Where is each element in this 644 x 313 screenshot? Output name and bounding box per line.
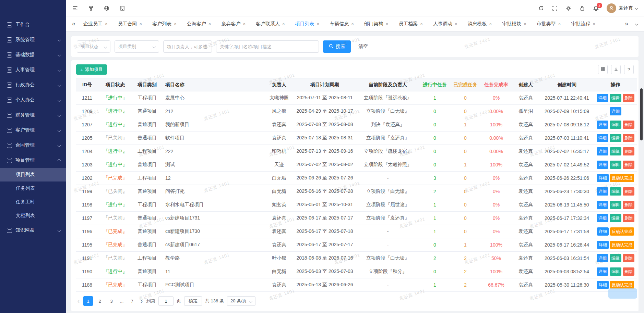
tab-close-icon[interactable]: × (524, 22, 526, 26)
keyword-input[interactable] (216, 40, 319, 53)
column-settings-button[interactable] (598, 65, 608, 74)
sidebar-item-task-list[interactable]: 任务列表 (0, 181, 66, 195)
help-button[interactable]: ? (624, 65, 634, 74)
sidebar-item-workbench[interactable]: 工作台 (0, 17, 66, 32)
detail-button[interactable]: 详细 (597, 281, 609, 289)
sidebar-item-base-data[interactable]: 基础数据 (0, 47, 66, 62)
edit-button[interactable]: 编辑 (610, 121, 621, 129)
sidebar-item-system[interactable]: 系统管理 (0, 32, 66, 47)
floating-widget[interactable] (608, 288, 637, 299)
next-page-icon[interactable]: › (140, 298, 143, 304)
sidebar-item-project-list[interactable]: 项目列表 (0, 168, 66, 181)
sidebar-item-doc-list[interactable]: 文档列表 (0, 209, 66, 223)
sidebar-item-personal-office[interactable]: 个人办公 (0, 92, 66, 108)
page-size-select[interactable]: 20 条/页 (227, 296, 255, 306)
theme-brush-icon[interactable] (88, 5, 94, 11)
tab-close-icon[interactable]: × (558, 22, 561, 26)
prev-page-icon[interactable]: ‹ (77, 298, 80, 304)
tab-员工档案[interactable]: 员工档案× (393, 16, 428, 31)
edit-button[interactable]: 编辑 (610, 94, 621, 102)
detail-button[interactable]: 详细 (597, 201, 608, 209)
refresh-icon[interactable] (538, 5, 544, 11)
scrollbar-thumb[interactable] (640, 88, 643, 140)
detail-button[interactable]: 详细 (597, 187, 608, 196)
fullscreen-icon[interactable] (552, 5, 558, 11)
edit-button[interactable]: 编辑 (610, 214, 621, 222)
sidebar-item-contract[interactable]: 合同管理 (0, 138, 66, 153)
tab-close-icon[interactable]: × (282, 22, 285, 26)
project-category-select[interactable]: 项目类别 (115, 40, 159, 53)
layout-building-icon[interactable] (119, 5, 126, 11)
tab-项目列表[interactable]: 项目列表× (290, 16, 325, 31)
tab-员工合同[interactable]: 员工合同× (113, 16, 147, 31)
edit-button[interactable]: 编辑 (610, 201, 621, 209)
tab-审批类型[interactable]: 审批类型× (532, 16, 566, 31)
sidebar-item-admin-office[interactable]: 行政办公 (0, 77, 66, 92)
tab-废弃客户[interactable]: 废弃客户× (216, 16, 251, 31)
tab-客户联系人[interactable]: 客户联系人× (251, 16, 290, 31)
sidebar-item-hr[interactable]: 人事管理 (0, 62, 66, 77)
search-button[interactable]: 搜索 (323, 40, 351, 53)
edit-button[interactable]: 编辑 (610, 134, 621, 142)
page-button-7[interactable]: 7 (127, 296, 137, 306)
sidebar-item-finance[interactable]: 财务管理 (0, 108, 66, 123)
tab-车辆信息[interactable]: 车辆信息× (324, 16, 359, 31)
detail-button[interactable]: 详细 (597, 94, 608, 102)
user-menu[interactable]: 袁还真 (607, 3, 638, 13)
undo-button[interactable]: 反确认完成 (610, 241, 634, 249)
menu-collapse-icon[interactable] (72, 5, 78, 11)
undo-button[interactable]: 反确认完成 (610, 174, 634, 182)
settings-gear-icon[interactable] (565, 5, 572, 11)
tab-close-icon[interactable]: × (208, 22, 211, 26)
edit-button[interactable]: 编辑 (610, 254, 621, 262)
tab-close-icon[interactable]: × (593, 22, 595, 26)
edit-button[interactable]: 编辑 (610, 267, 621, 276)
detail-button[interactable]: 详细 (597, 147, 608, 155)
detail-button[interactable]: 详细 (597, 254, 608, 262)
lock-icon[interactable] (579, 5, 585, 11)
detail-button[interactable]: 详细 (597, 241, 609, 249)
page-button-3[interactable]: 3 (107, 296, 116, 306)
page-button-2[interactable]: 2 (95, 296, 105, 306)
sidebar-item-knowledge[interactable]: 知识网盘 (0, 223, 66, 238)
sidebar-item-customer[interactable]: 客户管理 (0, 123, 66, 138)
delete-button[interactable]: 删除 (623, 161, 634, 169)
detail-button[interactable]: 详细 (597, 214, 608, 222)
undo-button[interactable]: 反确认完成 (610, 227, 634, 236)
detail-button[interactable]: 详细 (597, 161, 608, 169)
tab-客户列表[interactable]: 客户列表× (147, 16, 182, 31)
tab-部门架构[interactable]: 部门架构× (359, 16, 394, 31)
delete-button[interactable]: 删除 (623, 187, 634, 196)
delete-button[interactable]: 删除 (623, 94, 634, 102)
add-project-button[interactable]: + 添加项目 (76, 64, 107, 75)
project-owner-input[interactable] (163, 40, 212, 53)
edit-button[interactable]: 编辑 (610, 187, 621, 196)
export-button[interactable] (611, 65, 621, 74)
sidebar-item-project[interactable]: 项目管理 (0, 153, 66, 168)
delete-button[interactable]: 删除 (623, 147, 634, 155)
tab-人事调动[interactable]: 人事调动× (428, 16, 463, 31)
tab-close-icon[interactable]: × (243, 22, 246, 26)
clear-button[interactable]: 清空 (358, 43, 368, 50)
tab-公海客户[interactable]: 公海客户× (182, 16, 216, 31)
tabs-scroll-left-icon[interactable]: « (69, 20, 78, 27)
tab-close-icon[interactable]: × (489, 22, 492, 26)
tab-close-icon[interactable]: × (420, 22, 423, 26)
delete-button[interactable]: 删除 (623, 121, 634, 129)
detail-button[interactable]: 详细 (597, 227, 609, 236)
tab-消息模板[interactable]: 消息模板× (463, 16, 497, 31)
detail-button[interactable]: 详细 (597, 121, 608, 129)
tab-close-icon[interactable]: × (455, 22, 457, 26)
notifications-bell-icon[interactable]: 2 (593, 5, 599, 11)
confirm-page-button[interactable]: 确定 (184, 296, 202, 306)
delete-button[interactable]: 删除 (623, 214, 634, 222)
detail-button[interactable]: 详细 (597, 267, 608, 276)
tab-close-icon[interactable]: × (140, 22, 142, 26)
detail-button[interactable]: 详细 (597, 134, 608, 142)
undo-button[interactable]: 反确认完成 (610, 281, 634, 289)
tabs-menu-icon[interactable] (631, 21, 641, 27)
page-button-1[interactable]: 1 (83, 296, 93, 306)
goto-page-input[interactable] (158, 296, 174, 306)
delete-button[interactable]: 删除 (623, 254, 634, 262)
tab-审批模块[interactable]: 审批模块× (497, 16, 532, 31)
